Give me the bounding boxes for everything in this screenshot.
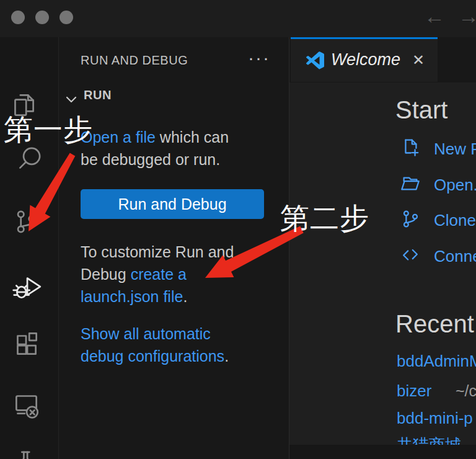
recent-item-path: ~/c	[456, 382, 476, 400]
show-all-automatic-link[interactable]: Show all automatic	[81, 325, 211, 342]
window-minimize-button[interactable]	[35, 11, 49, 24]
run-and-debug-button[interactable]: Run and Debug	[81, 189, 264, 219]
run-and-debug-icon[interactable]	[11, 270, 42, 301]
editor-bottom-strip	[289, 445, 476, 459]
vscode-logo-icon	[306, 51, 324, 73]
tab-close-icon[interactable]: ✕	[412, 51, 425, 69]
extensions-icon[interactable]	[11, 328, 42, 359]
start-item-clone-repository[interactable]: Clone Git Repository...	[400, 208, 476, 230]
show-all-automatic-link-line2[interactable]: debug configurations	[81, 347, 224, 365]
start-item-new-file[interactable]: New File...	[400, 137, 476, 159]
testing-icon[interactable]	[10, 447, 41, 459]
title-bar: ← →	[0, 0, 476, 37]
create-launch-json-link[interactable]: create a	[131, 265, 187, 283]
start-heading: Start	[395, 96, 447, 124]
start-item-open[interactable]: Open...	[400, 173, 476, 195]
start-item-connect-to[interactable]: Connect to...	[400, 244, 476, 266]
panel-title: RUN AND DEBUG	[81, 53, 188, 68]
recent-item[interactable]: bdd-mini-p	[397, 409, 473, 428]
welcome-page: Start New File... Open... Clone Git Repo…	[289, 82, 476, 445]
navigate-forward-icon[interactable]: →	[458, 4, 476, 29]
recent-item[interactable]: 共猎商城	[397, 434, 461, 445]
tab-welcome[interactable]: Welcome ✕	[291, 37, 438, 82]
annotation-step-2: 第二步	[280, 199, 369, 238]
remote-explorer-icon[interactable]	[11, 388, 42, 419]
customize-hint-text: To customize Run and Debug create a laun…	[81, 241, 234, 308]
annotation-step-1: 第一步	[4, 110, 93, 149]
open-file-hint-text: Open a file which can be debugged or run…	[81, 126, 229, 171]
editor-group: Welcome ✕ Start New File... Open...	[289, 37, 476, 459]
show-auto-configs-text: Show all automatic debug configurations.	[81, 323, 229, 367]
create-launch-json-link-line2[interactable]: launch.json file	[81, 288, 183, 305]
recent-item[interactable]: bizer	[397, 381, 431, 401]
activity-bar	[0, 37, 59, 459]
views-more-actions-icon[interactable]: ···	[248, 47, 270, 68]
recent-item[interactable]: bddAdminM	[397, 352, 476, 371]
run-section-header[interactable]: RUN	[84, 88, 112, 102]
window-zoom-button[interactable]	[60, 11, 73, 24]
source-control-icon[interactable]	[10, 206, 41, 237]
navigate-back-icon[interactable]: ←	[424, 4, 445, 29]
recent-heading: Recent	[395, 310, 474, 338]
tab-label: Welcome	[331, 50, 400, 69]
vscode-window: ← →	[0, 0, 476, 459]
run-and-debug-panel: RUN AND DEBUG ··· RUN Open a file which …	[59, 37, 289, 459]
chevron-down-icon[interactable]	[64, 92, 79, 109]
window-close-button[interactable]	[11, 11, 25, 24]
